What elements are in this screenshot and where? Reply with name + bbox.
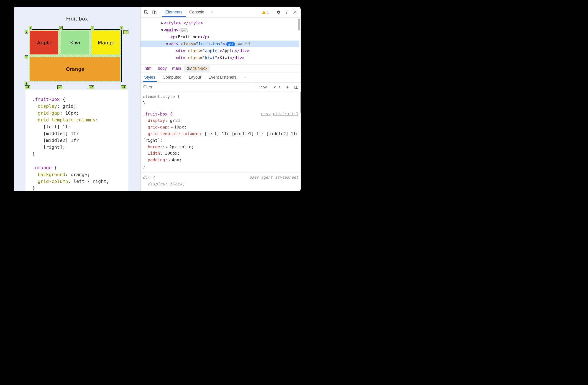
expand-arrow-icon[interactable]: ▶: [161, 20, 164, 27]
grid-badge[interactable]: grid: [179, 28, 188, 32]
close-icon[interactable]: [291, 8, 299, 16]
warn-count: 1: [267, 10, 269, 14]
dom-tree[interactable]: ▶<style>…</style> ▼<main>grid <p>Fruit b…: [141, 18, 301, 64]
svg-point-5: [286, 13, 287, 14]
cell-apple[interactable]: Apple: [30, 31, 58, 54]
tab-console[interactable]: Console: [186, 7, 208, 17]
cell-orange[interactable]: Orange: [30, 57, 120, 81]
grid-col-neg: −3: [57, 86, 63, 89]
kebab-menu-icon[interactable]: [283, 8, 291, 16]
rule-user-agent[interactable]: user agent stylesheet div { display: blo…: [143, 174, 298, 188]
tab-events[interactable]: Event Listeners: [207, 73, 238, 82]
rendered-page-pane: Fruit box 1 2 3 4 1 2 −1 −4 −3 −2 −1 3 A…: [14, 7, 140, 191]
rule-element-style[interactable]: element.style { }: [143, 93, 298, 107]
toggle-sidebar-icon[interactable]: [292, 83, 301, 92]
grid-overlay-wrap: 1 2 3 4 1 2 −1 −4 −3 −2 −1 3 Apple Kiwi …: [25, 26, 128, 86]
crumb-selected[interactable]: div.fruit-box: [184, 65, 210, 72]
collapse-arrow-icon[interactable]: ▼: [161, 27, 164, 34]
grid-col-neg: −2: [89, 86, 94, 89]
rule-fruit-box[interactable]: css-grid-fruit:1 .fruit-box { display: g…: [143, 111, 298, 170]
devtools-pane: Elements Console » 1 ▶<style>…</style>: [140, 7, 301, 191]
devtools-window: Fruit box 1 2 3 4 1 2 −1 −4 −3 −2 −1 3 A…: [14, 7, 301, 191]
svg-point-3: [286, 10, 287, 11]
tab-elements[interactable]: Elements: [162, 7, 186, 17]
grid-col-num: 3: [91, 26, 94, 30]
grid-row-neg: 3: [25, 82, 28, 86]
page-title: Fruit box: [25, 16, 128, 22]
crumb-body[interactable]: body: [156, 65, 169, 72]
devtools-tabbar: Elements Console » 1: [141, 7, 301, 18]
grid-row-num: 1: [25, 30, 28, 34]
separator: [160, 9, 160, 16]
svg-rect-2: [155, 11, 156, 14]
svg-rect-6: [295, 86, 298, 89]
tab-styles-more[interactable]: »: [243, 73, 248, 82]
styles-rules[interactable]: element.style { } css-grid-fruit:1 .frui…: [141, 92, 301, 191]
styles-filter-input[interactable]: [141, 85, 256, 89]
gear-icon[interactable]: [275, 8, 282, 16]
new-rule-button[interactable]: [283, 83, 292, 92]
grid-row-neg: −1: [124, 30, 128, 34]
separator: [273, 9, 273, 16]
tab-computed[interactable]: Computed: [161, 73, 183, 82]
rule-source-uas: user agent stylesheet: [249, 174, 298, 180]
grid-row-num: 2: [25, 55, 28, 59]
rule-source-link[interactable]: css-grid-fruit:1: [261, 111, 298, 117]
breadcrumb: html body main div.fruit-box: [141, 64, 301, 72]
hov-toggle[interactable]: :hov: [256, 83, 269, 92]
inspect-icon[interactable]: [142, 8, 150, 16]
scrollbar-thumb[interactable]: [300, 92, 301, 112]
svg-rect-1: [153, 11, 155, 14]
css-code-block: .fruit-box { display: grid; grid-gap: 10…: [25, 89, 128, 191]
grid-col-num: 4: [120, 26, 123, 30]
styles-filter-row: :hov .cls: [141, 83, 301, 92]
grid-col-neg: −4: [25, 86, 30, 89]
tab-styles[interactable]: Styles: [143, 73, 157, 82]
device-toggle-icon[interactable]: [150, 8, 158, 16]
tab-layout[interactable]: Layout: [188, 73, 202, 82]
grid-col-neg: −1: [121, 86, 126, 89]
grid-col-num: 2: [59, 26, 63, 30]
cls-toggle[interactable]: .cls: [269, 83, 283, 92]
styles-tabbar: Styles Computed Layout Event Listeners »: [141, 72, 301, 83]
fruit-box-grid[interactable]: Apple Kiwi Mango Orange: [29, 29, 122, 82]
warnings-badge[interactable]: 1: [260, 10, 271, 14]
grid-col-num: 1: [29, 26, 32, 30]
grid-badge-active[interactable]: grid: [226, 42, 235, 46]
dom-selected-row[interactable]: ▼<div class="fruit-box">grid== $0: [141, 41, 299, 48]
crumb-html[interactable]: html: [142, 65, 155, 72]
crumb-main[interactable]: main: [170, 65, 183, 72]
svg-point-4: [286, 12, 287, 13]
scrollbar-thumb[interactable]: [298, 19, 300, 31]
tab-more[interactable]: »: [208, 7, 217, 17]
cell-kiwi[interactable]: Kiwi: [61, 31, 89, 54]
cell-mango[interactable]: Mango: [92, 31, 120, 54]
